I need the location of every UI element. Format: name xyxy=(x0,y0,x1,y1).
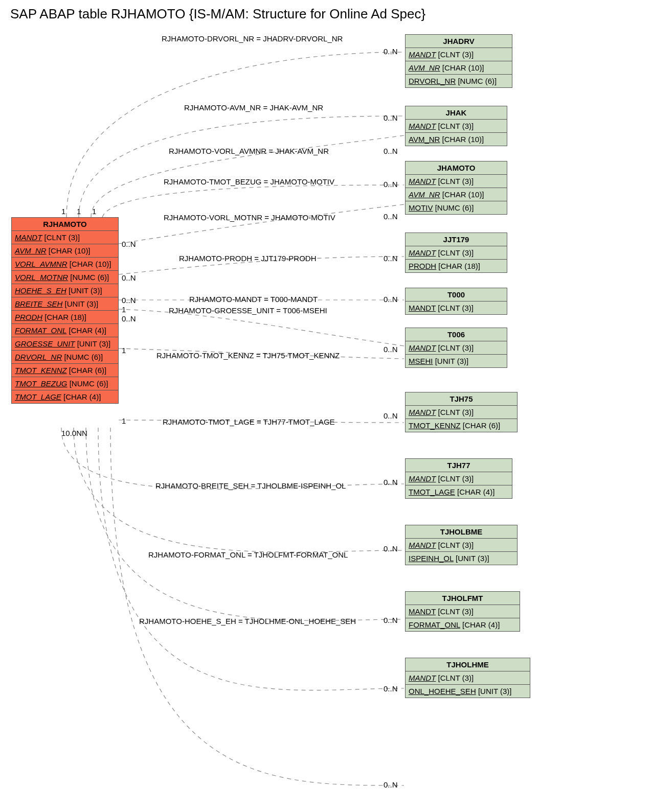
entity-tjh77: TJH77MANDT [CLNT (3)]TMOT_LAGE [CHAR (4)… xyxy=(405,458,512,499)
entity-header: JHADRV xyxy=(406,35,512,48)
field-row: MANDT [CLNT (3)] xyxy=(406,341,507,355)
entity-t000: T000MANDT [CLNT (3)] xyxy=(405,288,507,315)
entity-tjholfmt: TJHOLFMTMANDT [CLNT (3)]FORMAT_ONL [CHAR… xyxy=(405,591,520,632)
field-row: VORL_AVMNR [CHAR (10)] xyxy=(12,258,118,271)
relation-label: RJHAMOTO-TMOT_KENNZ = TJH75-TMOT_KENNZ xyxy=(156,351,340,360)
field-row: AVM_NR [CHAR (10)] xyxy=(12,244,118,258)
cardinality-bottom: 10.0NN xyxy=(61,429,87,437)
cardinality: 0..N xyxy=(384,295,398,304)
field-row: MANDT [CLNT (3)] xyxy=(406,301,507,314)
cardinality: 0..N xyxy=(384,616,398,624)
cardinality: 1 xyxy=(122,305,126,314)
relation-label: RJHAMOTO-PRODH = JJT179-PRODH xyxy=(179,254,317,263)
field-row: AVM_NR [CHAR (10)] xyxy=(406,61,512,75)
field-row: TMOT_KENNZ [CHAR (6)] xyxy=(406,419,517,432)
field-row: MANDT [CLNT (3)] xyxy=(406,539,517,552)
relation-label: RJHAMOTO-AVM_NR = JHAK-AVM_NR xyxy=(184,103,323,112)
cardinality: 1 xyxy=(77,207,81,216)
field-row: MANDT [CLNT (3)] xyxy=(12,231,118,244)
cardinality: 0..N xyxy=(122,240,136,248)
cardinality: 1 xyxy=(92,207,96,216)
cardinality: 1 xyxy=(122,416,126,425)
cardinality: 1 xyxy=(61,207,65,216)
field-row: MSEHI [UNIT (3)] xyxy=(406,355,507,367)
relation-label: RJHAMOTO-GROESSE_UNIT = T006-MSEHI xyxy=(169,306,327,315)
field-row: TMOT_LAGE [CHAR (4)] xyxy=(406,485,512,498)
relation-label: RJHAMOTO-VORL_MOTNR = JHAMOTO-MOTIV xyxy=(164,213,335,222)
relation-label: RJHAMOTO-VORL_AVMNR = JHAK-AVM_NR xyxy=(169,147,329,155)
field-row: PRODH [CHAR (18)] xyxy=(12,311,118,324)
er-diagram: RJHAMOTO MANDT [CLNT (3)]AVM_NR [CHAR (1… xyxy=(10,24,642,811)
cardinality: 0..N xyxy=(384,345,398,354)
field-row: ONL_HOEHE_SEH [UNIT (3)] xyxy=(406,685,530,698)
cardinality: 0..N xyxy=(384,780,398,789)
relation-label: RJHAMOTO-HOEHE_S_EH = TJHOLHME-ONL_HOEHE… xyxy=(139,617,356,625)
entity-header: TJHOLFMT xyxy=(406,592,520,605)
field-row: MANDT [CLNT (3)] xyxy=(406,120,507,133)
field-row: HOEHE_S_EH [UNIT (3)] xyxy=(12,284,118,297)
entity-header: TJH77 xyxy=(406,459,512,472)
entity-jhadrv: JHADRVMANDT [CLNT (3)]AVM_NR [CHAR (10)]… xyxy=(405,34,512,88)
cardinality: 0..N xyxy=(384,47,398,56)
cardinality: 0..N xyxy=(384,411,398,420)
field-row: FORMAT_ONL [CHAR (4)] xyxy=(12,324,118,337)
entity-tjh75: TJH75MANDT [CLNT (3)]TMOT_KENNZ [CHAR (6… xyxy=(405,392,518,432)
cardinality: 0..N xyxy=(384,147,398,155)
entity-jhak: JHAKMANDT [CLNT (3)]AVM_NR [CHAR (10)] xyxy=(405,106,507,146)
entity-header: JJT179 xyxy=(406,233,507,246)
relation-label: RJHAMOTO-BREITE_SEH = TJHOLBME-ISPEINH_O… xyxy=(155,481,346,490)
field-row: TMOT_LAGE [CHAR (4)] xyxy=(12,390,118,403)
cardinality: 0..N xyxy=(384,113,398,122)
relation-label: RJHAMOTO-MANDT = T000-MANDT xyxy=(189,295,318,304)
field-row: MOTIV [NUMC (6)] xyxy=(406,201,507,214)
entity-header: TJHOLHME xyxy=(406,658,530,671)
cardinality: 0..N xyxy=(384,478,398,486)
field-row: TMOT_KENNZ [CHAR (6)] xyxy=(12,364,118,377)
cardinality: 0..N xyxy=(122,296,136,305)
entity-header: T006 xyxy=(406,328,507,341)
field-row: MANDT [CLNT (3)] xyxy=(406,48,512,61)
entity-t006: T006MANDT [CLNT (3)]MSEHI [UNIT (3)] xyxy=(405,328,507,368)
field-row: MANDT [CLNT (3)] xyxy=(406,671,530,685)
field-row: VORL_MOTNR [NUMC (6)] xyxy=(12,271,118,284)
cardinality: 1 xyxy=(122,346,126,355)
entity-rjhamoto: RJHAMOTO MANDT [CLNT (3)]AVM_NR [CHAR (1… xyxy=(11,217,119,404)
entity-header: JHAMOTO xyxy=(406,161,507,175)
cardinality: 0..N xyxy=(384,212,398,221)
field-row: MANDT [CLNT (3)] xyxy=(406,406,517,419)
entity-tjholbme: TJHOLBMEMANDT [CLNT (3)]ISPEINH_OL [UNIT… xyxy=(405,525,518,565)
relation-label: RJHAMOTO-TMOT_LAGE = TJH77-TMOT_LAGE xyxy=(163,417,335,426)
entity-header: T000 xyxy=(406,288,507,301)
entity-header: TJH75 xyxy=(406,392,517,406)
cardinality: 0..N xyxy=(122,314,136,323)
field-row: TMOT_BEZUG [NUMC (6)] xyxy=(12,377,118,390)
entity-header: TJHOLBME xyxy=(406,525,517,539)
page-title: SAP ABAP table RJHAMOTO {IS-M/AM: Struct… xyxy=(10,6,642,22)
cardinality: 0..N xyxy=(384,180,398,189)
field-row: DRVORL_NR [NUMC (6)] xyxy=(12,351,118,364)
relation-label: RJHAMOTO-DRVORL_NR = JHADRV-DRVORL_NR xyxy=(162,34,343,43)
field-row: MANDT [CLNT (3)] xyxy=(406,175,507,188)
entity-header: RJHAMOTO xyxy=(12,218,118,231)
entity-header: JHAK xyxy=(406,106,507,120)
field-row: PRODH [CHAR (18)] xyxy=(406,260,507,272)
entity-jjt179: JJT179MANDT [CLNT (3)]PRODH [CHAR (18)] xyxy=(405,233,507,273)
cardinality: 0..N xyxy=(384,684,398,693)
field-row: BREITE_SEH [UNIT (3)] xyxy=(12,297,118,311)
entity-jhamoto: JHAMOTOMANDT [CLNT (3)]AVM_NR [CHAR (10)… xyxy=(405,161,507,215)
field-row: FORMAT_ONL [CHAR (4)] xyxy=(406,618,520,631)
field-row: GROESSE_UNIT [UNIT (3)] xyxy=(12,337,118,351)
field-row: AVM_NR [CHAR (10)] xyxy=(406,188,507,201)
cardinality: 0..N xyxy=(384,254,398,263)
field-row: MANDT [CLNT (3)] xyxy=(406,246,507,260)
relation-label: RJHAMOTO-FORMAT_ONL = TJHOLFMT-FORMAT_ON… xyxy=(148,550,348,559)
field-row: MANDT [CLNT (3)] xyxy=(406,472,512,485)
field-row: AVM_NR [CHAR (10)] xyxy=(406,133,507,146)
field-row: MANDT [CLNT (3)] xyxy=(406,605,520,618)
relation-label: RJHAMOTO-TMOT_BEZUG = JHAMOTO-MOTIV xyxy=(164,177,334,186)
cardinality: 0..N xyxy=(384,544,398,553)
field-row: DRVORL_NR [NUMC (6)] xyxy=(406,75,512,87)
cardinality: 0..N xyxy=(122,273,136,282)
entity-tjholhme: TJHOLHMEMANDT [CLNT (3)]ONL_HOEHE_SEH [U… xyxy=(405,658,530,698)
field-row: ISPEINH_OL [UNIT (3)] xyxy=(406,552,517,565)
